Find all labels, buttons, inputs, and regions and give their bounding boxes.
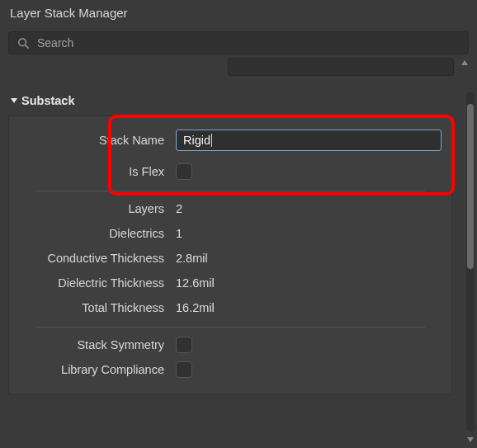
- stack-name-value: Rigid: [183, 134, 210, 147]
- search-input[interactable]: Search: [8, 31, 469, 54]
- label-stack-name: Stack Name: [16, 134, 164, 147]
- collapsed-input[interactable]: [228, 58, 454, 76]
- scrollbar-thumb[interactable]: [467, 104, 474, 269]
- label-conductive-thickness: Conductive Thickness: [16, 252, 164, 265]
- substack-panel: Stack Name Rigid Is Flex Layers 2: [8, 116, 452, 394]
- value-conductive-thickness: 2.8mil: [176, 252, 445, 265]
- disclosure-triangle-icon: [10, 97, 18, 105]
- label-is-flex: Is Flex: [16, 165, 164, 178]
- search-bar-container: Search: [0, 28, 477, 61]
- triangle-down-icon[interactable]: [466, 436, 475, 443]
- search-placeholder: Search: [37, 36, 73, 50]
- value-layers: 2: [176, 202, 445, 215]
- value-dielectrics: 1: [176, 227, 445, 240]
- stack-name-input[interactable]: Rigid: [176, 130, 442, 151]
- is-flex-checkbox[interactable]: [176, 163, 192, 180]
- triangle-up-icon[interactable]: [460, 59, 469, 66]
- divider-2: [35, 327, 425, 328]
- svg-marker-3: [11, 98, 17, 103]
- label-stack-symmetry: Stack Symmetry: [16, 338, 164, 351]
- section-header-substack[interactable]: Substack: [8, 86, 452, 116]
- scroll-up-icon-area: [459, 59, 470, 84]
- text-caret: [211, 134, 212, 147]
- stack-symmetry-checkbox[interactable]: [176, 337, 192, 353]
- divider-1: [35, 191, 425, 191]
- label-layers: Layers: [16, 202, 164, 215]
- label-library-compliance: Library Compliance: [16, 363, 164, 376]
- library-compliance-checkbox[interactable]: [176, 361, 192, 378]
- svg-marker-4: [467, 437, 474, 442]
- layer-stack-manager-window: Layer Stack Manager Search Substack: [0, 0, 477, 448]
- vertical-scrollbar[interactable]: [464, 86, 477, 448]
- search-icon: [17, 37, 29, 49]
- svg-line-1: [26, 45, 29, 49]
- label-dielectrics: Dielectrics: [16, 227, 164, 240]
- section-title: Substack: [21, 94, 74, 107]
- value-dielectric-thickness: 12.6mil: [176, 276, 445, 290]
- value-total-thickness: 16.2mil: [176, 301, 445, 314]
- label-total-thickness: Total Thickness: [16, 301, 164, 314]
- scrollbar-track[interactable]: [466, 92, 475, 431]
- label-dielectric-thickness: Dielectric Thickness: [16, 276, 164, 290]
- svg-marker-2: [461, 60, 468, 65]
- top-collapsed-area: [0, 61, 477, 86]
- page-title: Layer Stack Manager: [0, 0, 477, 28]
